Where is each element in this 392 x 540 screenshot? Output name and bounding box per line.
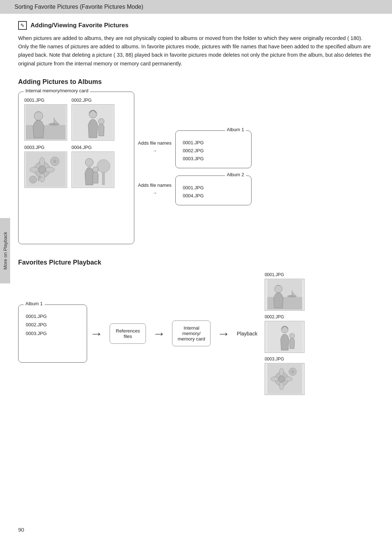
pb-thumb-0002: 0002.JPG — [265, 314, 305, 353]
album2-label: Album 2 — [225, 172, 246, 177]
pb-arrow-2: → — [152, 326, 166, 341]
side-tab: More on Playback — [0, 218, 10, 283]
svg-point-38 — [271, 377, 278, 381]
thumb-0001 — [24, 104, 67, 141]
pb-illustration-0003 — [266, 364, 304, 394]
img-item-0004: 0004.JPG — [72, 145, 114, 188]
arrow-label-1: Adds file names → — [138, 140, 172, 153]
pb-thumb-img-0001 — [265, 279, 305, 311]
album2-file-2: 0004.JPG — [183, 192, 244, 200]
pb-illustration-0002 — [266, 322, 304, 352]
svg-rect-1 — [26, 125, 66, 140]
svg-point-12 — [40, 157, 45, 166]
album-boxes: Album 1 0001.JPG 0002.JPG 0003.JPG Album… — [175, 130, 252, 205]
illustration-0004 — [73, 152, 113, 187]
arrow-right-1: → — [152, 148, 157, 153]
pb-file-1: 0001.JPG — [26, 312, 79, 321]
album1-file-3: 0003.JPG — [183, 155, 244, 163]
svg-point-39 — [285, 377, 292, 381]
arrow-label-2: Adds file names → — [138, 182, 172, 196]
playback-label-text: Playback — [237, 331, 257, 337]
section2-heading: Adding Pictures to Albums — [18, 78, 374, 86]
svg-point-41 — [291, 370, 294, 374]
header-bar: Sorting Favorite Pictures (Favorite Pict… — [0, 0, 392, 14]
svg-point-21 — [97, 160, 110, 173]
illustration-0002 — [73, 105, 113, 140]
svg-point-15 — [46, 167, 54, 172]
img-item-0001: 0001.JPG — [24, 98, 67, 141]
playback-album1-files: 0001.JPG 0002.JPG 0003.JPG — [26, 312, 79, 338]
svg-point-36 — [279, 368, 283, 376]
arrow2-label-text: Adds file names — [138, 182, 172, 188]
pb-file-2: 0002.JPG — [26, 321, 79, 329]
pb-thumb-img-0003 — [265, 363, 305, 395]
bottom-image-row: 0003.JPG — [24, 145, 128, 188]
img-label-0003: 0003.JPG — [24, 145, 45, 150]
playback-thumbs: 0001.JPG — [265, 272, 305, 395]
arrow1-label-text: Adds file names — [138, 140, 172, 146]
pb-thumb-img-0002 — [265, 321, 305, 353]
img-item-0003: 0003.JPG — [24, 145, 67, 188]
album1-files: 0001.JPG 0002.JPG 0003.JPG — [183, 139, 244, 163]
arrow-right-2: → — [152, 190, 157, 196]
pb-thumb-label-0001: 0001.JPG — [265, 272, 284, 277]
thumb-0003 — [24, 152, 67, 188]
svg-point-18 — [29, 176, 37, 183]
svg-point-7 — [89, 110, 97, 118]
section3-heading: Favorites Picture Playback — [18, 259, 374, 266]
memory-box: Internal memory/ memory card — [172, 321, 211, 346]
illustration-0001 — [26, 105, 66, 140]
album1-label: Album 1 — [225, 127, 246, 132]
svg-point-14 — [30, 167, 38, 172]
svg-point-35 — [278, 376, 285, 382]
pb-arrow-3: → — [217, 326, 230, 341]
references-box: References files — [110, 323, 146, 344]
svg-point-29 — [274, 285, 282, 293]
middle-arrows: Adds file names → Adds file names → — [134, 126, 175, 210]
album2-files: 0001.JPG 0004.JPG — [183, 184, 244, 200]
playback-diagram: Album 1 0001.JPG 0002.JPG 0003.JPG → Ref… — [18, 272, 374, 395]
side-tab-label: More on Playback — [3, 232, 8, 270]
playback-album1-label: Album 1 — [24, 301, 45, 306]
album1-box: Album 1 0001.JPG 0002.JPG 0003.JPG — [175, 130, 252, 168]
thumb-0002 — [72, 104, 114, 141]
pb-thumb-0001: 0001.JPG — [265, 272, 305, 311]
svg-point-5 — [34, 112, 43, 120]
svg-point-22 — [85, 158, 93, 166]
pb-illustration-0001 — [266, 279, 304, 310]
pb-thumb-label-0003: 0003.JPG — [265, 356, 284, 362]
pb-arrow-1: → — [90, 326, 103, 341]
playback-section: Favorites Picture Playback Album 1 0001.… — [18, 259, 374, 395]
main-content: ✎ Adding/Viewing Favorite Pictures When … — [0, 21, 392, 410]
thumb-0004 — [72, 152, 114, 188]
svg-point-11 — [38, 166, 46, 173]
album2-file-1: 0001.JPG — [183, 184, 244, 192]
svg-point-31 — [281, 326, 288, 333]
svg-point-8 — [98, 118, 104, 124]
pencil-icon: ✎ — [18, 21, 27, 30]
svg-rect-25 — [267, 297, 302, 310]
pb-file-3: 0003.JPG — [26, 329, 79, 338]
section1-heading-block: ✎ Adding/Viewing Favorite Pictures — [18, 21, 374, 30]
img-label-0001: 0001.JPG — [24, 98, 45, 103]
section1-body: When pictures are added to albums, they … — [18, 34, 374, 68]
adding-section: Adding Pictures to Albums Internal memor… — [18, 78, 374, 244]
img-label-0004: 0004.JPG — [72, 145, 92, 150]
top-image-row: 0001.JPG — [24, 98, 128, 141]
img-item-0002: 0002.JPG — [72, 98, 114, 141]
references-label: References files — [116, 328, 140, 339]
memory-card-label: Internal memory/memory card — [24, 88, 90, 93]
adding-diagram: Internal memory/memory card 0001.JPG — [18, 92, 374, 244]
illustration-0003 — [26, 152, 66, 187]
page-number: 90 — [18, 527, 24, 533]
svg-point-17 — [53, 160, 57, 163]
album1-file-1: 0001.JPG — [183, 139, 244, 147]
playback-album1-box: Album 1 0001.JPG 0002.JPG 0003.JPG — [18, 305, 87, 363]
pb-thumb-0003: 0003.JPG — [265, 356, 305, 395]
memory-card-box: Internal memory/memory card 0001.JPG — [18, 92, 134, 244]
pb-thumb-label-0002: 0002.JPG — [265, 314, 284, 319]
album2-box: Album 2 0001.JPG 0004.JPG — [175, 176, 252, 205]
svg-point-32 — [289, 334, 294, 339]
album1-file-2: 0002.JPG — [183, 147, 244, 155]
memory-label: Internal memory/ memory card — [177, 325, 205, 342]
